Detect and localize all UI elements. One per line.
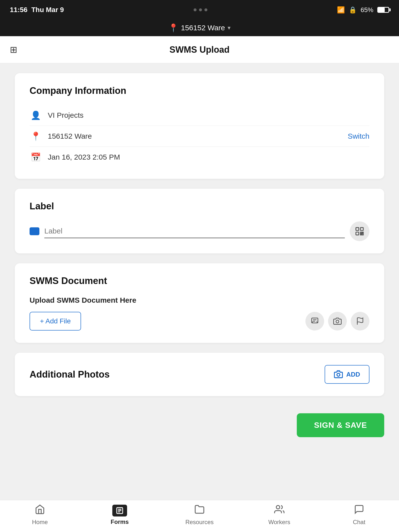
sign-save-bar: SIGN & SAVE	[0, 406, 399, 449]
document-action-icons	[305, 312, 369, 331]
svg-point-20	[276, 505, 280, 509]
svg-rect-5	[360, 234, 361, 235]
location-dropdown-icon: ▾	[228, 24, 231, 31]
svg-rect-0	[356, 228, 359, 231]
main-content: Company Information 👤 VI Projects 📍 1561…	[0, 63, 399, 406]
nav-item-home[interactable]: Home	[15, 504, 65, 526]
label-input[interactable]	[44, 224, 345, 238]
nav-item-forms[interactable]: Forms	[95, 505, 144, 525]
status-icons: 📶 🔒 65%	[337, 6, 389, 14]
battery-level: 65%	[361, 6, 373, 14]
map-pin-icon: 📍	[30, 131, 42, 141]
workers-label: Workers	[268, 519, 290, 526]
add-photo-button[interactable]: ADD	[325, 365, 369, 384]
upload-subtitle: Upload SWMS Document Here	[30, 296, 369, 304]
nav-item-resources[interactable]: Resources	[175, 504, 224, 526]
chat-icon	[354, 504, 364, 517]
company-location: 156152 Ware	[48, 132, 342, 140]
location-pin-icon: 📍	[168, 23, 178, 33]
nav-item-chat[interactable]: Chat	[334, 504, 384, 526]
nav-item-workers[interactable]: Workers	[255, 504, 304, 526]
location-bar[interactable]: 📍 156152 Ware ▾	[0, 20, 399, 36]
flag-icon-button[interactable]	[351, 312, 369, 331]
svg-rect-2	[356, 232, 359, 235]
comment-icon-button[interactable]	[305, 312, 324, 331]
home-label: Home	[32, 519, 48, 526]
app-header: ⊞ SWMS Upload	[0, 36, 399, 63]
svg-rect-4	[363, 232, 363, 233]
resources-icon	[194, 504, 205, 517]
add-file-button[interactable]: + Add File	[30, 312, 81, 331]
company-name: VI Projects	[48, 111, 369, 119]
company-date: Jan 16, 2023 2:05 PM	[48, 153, 369, 161]
signal-icon: 🔒	[349, 6, 357, 14]
location-row: 📍 156152 Ware Switch	[30, 127, 369, 146]
divider2	[30, 147, 369, 147]
bottom-nav: Home Forms Resources	[0, 500, 399, 532]
wifi-icon: 📶	[337, 6, 345, 14]
add-photo-label: ADD	[346, 371, 360, 378]
label-title: Label	[30, 201, 369, 212]
home-icon	[35, 504, 45, 517]
calendar-icon: 📅	[30, 152, 42, 162]
battery-icon	[377, 7, 389, 13]
swms-document-card: SWMS Document Upload SWMS Document Here …	[15, 263, 384, 343]
svg-rect-1	[360, 228, 363, 231]
forms-icon	[112, 505, 127, 516]
status-bar: 11:56 Thu Mar 9 📶 🔒 65%	[0, 0, 399, 20]
camera-icon-button[interactable]	[328, 312, 347, 331]
company-information-card: Company Information 👤 VI Projects 📍 1561…	[15, 73, 384, 179]
people-icon: 👤	[30, 110, 42, 120]
grid-menu-icon[interactable]: ⊞	[10, 45, 17, 55]
company-name-row: 👤 VI Projects	[30, 106, 369, 125]
company-info-title: Company Information	[30, 85, 369, 96]
svg-rect-3	[360, 232, 362, 233]
status-dots	[194, 8, 207, 11]
upload-row: + Add File	[30, 312, 369, 331]
svg-point-10	[336, 320, 339, 323]
status-time: 11:56 Thu Mar 9	[10, 6, 64, 14]
label-input-row	[30, 221, 369, 241]
swms-doc-title: SWMS Document	[30, 276, 369, 286]
switch-link[interactable]: Switch	[348, 132, 369, 140]
photos-card-inner: Additional Photos ADD	[30, 365, 369, 384]
additional-photos-title: Additional Photos	[30, 369, 110, 380]
sign-save-button[interactable]: SIGN & SAVE	[297, 413, 384, 437]
qr-code-button[interactable]	[350, 221, 369, 241]
label-card: Label	[15, 189, 384, 253]
resources-label: Resources	[185, 519, 214, 526]
page-title: SWMS Upload	[169, 45, 230, 55]
svg-point-12	[337, 373, 340, 376]
workers-icon	[274, 504, 284, 517]
location-text: 156152 Ware	[181, 24, 225, 32]
forms-label: Forms	[111, 518, 129, 525]
chat-label: Chat	[353, 519, 366, 526]
svg-rect-6	[362, 234, 363, 235]
date-row: 📅 Jan 16, 2023 2:05 PM	[30, 148, 369, 166]
divider1	[30, 126, 369, 126]
label-color-indicator	[30, 227, 39, 235]
additional-photos-card: Additional Photos ADD	[15, 353, 384, 396]
